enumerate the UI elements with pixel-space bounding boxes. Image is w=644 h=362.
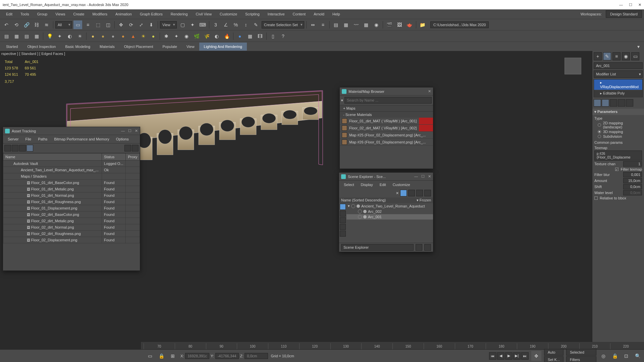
collapse-icon[interactable] bbox=[416, 190, 423, 196]
se-menu-customize[interactable]: Customize bbox=[389, 181, 414, 188]
timeline[interactable]: 7080901001101201301401501601701801902002… bbox=[141, 342, 644, 349]
keyboard-icon[interactable]: ⌨ bbox=[198, 20, 207, 29]
foliage-icon[interactable]: 🌿 bbox=[192, 32, 201, 41]
asset-row[interactable]: Floor_01_dirt_Normal.pngFound bbox=[3, 192, 140, 199]
render-frame-icon[interactable]: 🖼 bbox=[395, 20, 404, 29]
maximize-icon[interactable]: ☐ bbox=[421, 174, 425, 179]
percent-snap-icon[interactable]: % bbox=[231, 20, 240, 29]
environment-icon[interactable]: 🎞 bbox=[256, 32, 264, 41]
render-icon[interactable]: 🫖 bbox=[405, 20, 414, 29]
se-frozen-column[interactable]: ▾ Frozen bbox=[417, 198, 431, 202]
modify-tab-icon[interactable]: ✎ bbox=[603, 52, 611, 60]
set-key-button[interactable]: Set K... bbox=[544, 356, 564, 362]
pivot-icon[interactable]: ▢ bbox=[178, 20, 187, 29]
layer-explorer-icon[interactable]: ▤ bbox=[332, 20, 340, 29]
asset-row[interactable]: Floor_02_dirt_Roughness.pngFound bbox=[3, 231, 140, 237]
workflow-materials[interactable]: Materials bbox=[95, 43, 119, 51]
display-geom-icon[interactable] bbox=[340, 210, 346, 217]
select-window-icon[interactable]: ◫ bbox=[104, 20, 112, 29]
object-name-field[interactable]: Arc_001 bbox=[594, 62, 643, 69]
angle-snap-icon[interactable]: ∠ bbox=[221, 20, 230, 29]
asset-row[interactable]: Autodesk VaultLogged O... bbox=[3, 161, 140, 167]
unlink-icon[interactable]: ⛓ bbox=[32, 20, 41, 29]
sphere-copper-icon[interactable]: ● bbox=[119, 32, 127, 41]
create-tab-icon[interactable]: + bbox=[594, 52, 602, 60]
configure-icon[interactable] bbox=[626, 99, 633, 107]
asset-col-proxy[interactable]: Proxy bbox=[126, 154, 140, 161]
zoom-icon[interactable]: 🔍 bbox=[633, 352, 642, 360]
asset-menu-paths[interactable]: Paths bbox=[35, 136, 51, 142]
asset-col-name[interactable]: Name bbox=[3, 154, 102, 161]
sunlight-icon[interactable]: ☀ bbox=[75, 32, 84, 41]
move-icon[interactable]: ✥ bbox=[117, 20, 125, 29]
show-end-icon[interactable] bbox=[602, 99, 609, 107]
light-list-icon[interactable]: ✦ bbox=[55, 32, 64, 41]
schematic-icon[interactable]: ▦ bbox=[362, 20, 371, 29]
type-radio[interactable] bbox=[598, 123, 601, 127]
asset-row[interactable]: Floor_01_Displacement.pngFound bbox=[3, 205, 140, 212]
workflow-view[interactable]: View bbox=[182, 43, 199, 51]
asset-row[interactable]: Floor_02_dirt_Normal.pngFound bbox=[3, 224, 140, 231]
display-light-icon[interactable] bbox=[340, 217, 346, 223]
opts-icon[interactable] bbox=[124, 145, 131, 152]
mmb-scene-category[interactable]: - Scene Materials bbox=[340, 111, 433, 118]
asset-row[interactable]: Ancient_Two_Level_Roman_Aqueduct_max_...… bbox=[3, 167, 140, 173]
close-icon[interactable]: ✕ bbox=[135, 129, 138, 133]
hair-icon[interactable]: ✦ bbox=[172, 32, 181, 41]
goto-start-icon[interactable]: ⏮ bbox=[489, 352, 496, 360]
place-icon[interactable]: ⬇ bbox=[147, 20, 156, 29]
expand-icon[interactable] bbox=[424, 190, 431, 196]
material-editor-icon[interactable]: ◉ bbox=[372, 20, 381, 29]
hierarchy-tab-icon[interactable]: ≡ bbox=[612, 52, 621, 60]
y-coord-field[interactable]: -41766,344 bbox=[215, 353, 239, 359]
prev-frame-icon[interactable]: ◀ bbox=[497, 352, 504, 360]
se-menu-display[interactable]: Display bbox=[358, 181, 376, 188]
goto-end-icon[interactable]: ⏭ bbox=[521, 352, 529, 360]
asset-table[interactable]: NameStatusProxyAutodesk VaultLogged O...… bbox=[3, 153, 140, 270]
asset-menu-file[interactable]: File bbox=[22, 136, 35, 142]
menu-animation[interactable]: Animation bbox=[111, 10, 136, 18]
menu-group[interactable]: Group bbox=[33, 10, 52, 18]
asset-row[interactable]: Floor_02_Displacement.pngFound bbox=[3, 237, 140, 243]
scale-icon[interactable]: ⤢ bbox=[137, 20, 146, 29]
workflow-lighting-and-rendering[interactable]: Lighting And Rendering bbox=[199, 43, 247, 51]
key-filters-dropdown[interactable]: Selected bbox=[566, 349, 596, 356]
viewport-label[interactable]: rspective ] [ Standard ] [ Edged Faces ] bbox=[1, 52, 65, 56]
menu-create[interactable]: Create bbox=[69, 10, 88, 18]
asset-menu-server[interactable]: Server bbox=[4, 136, 22, 142]
workflow-object-inspection[interactable]: Object Inspection bbox=[22, 43, 60, 51]
list-icon[interactable]: ▤ bbox=[22, 32, 31, 41]
asset-row[interactable]: Floor_02_dirt_Metalic.pngFound bbox=[3, 218, 140, 224]
maximize-icon[interactable]: ☐ bbox=[128, 129, 131, 133]
batch-render-icon[interactable]: ▯ bbox=[269, 32, 277, 41]
pin-stack-icon[interactable] bbox=[594, 99, 601, 107]
se-name-column[interactable]: Name (Sorted Descending) bbox=[341, 198, 386, 202]
redo-icon[interactable]: ⟲ bbox=[12, 20, 21, 29]
menu-modifiers[interactable]: Modifiers bbox=[88, 10, 111, 18]
workflow-basic-modeling[interactable]: Basic Modeling bbox=[60, 43, 95, 51]
project-path[interactable]: C:\Users\dshsd...\3ds Max 2020 bbox=[430, 21, 489, 28]
water-level-spinner[interactable]: 0,0cm bbox=[623, 190, 642, 195]
schematic-view-icon[interactable]: ▤ bbox=[2, 32, 11, 41]
clear-search-icon[interactable]: ✕ bbox=[396, 191, 399, 195]
mmb-search-input[interactable] bbox=[344, 97, 432, 104]
abs-transform-icon[interactable]: ⊞ bbox=[168, 352, 177, 360]
type-radio[interactable] bbox=[598, 130, 601, 133]
make-unique-icon[interactable] bbox=[610, 99, 617, 107]
link-icon[interactable]: 🔗 bbox=[22, 20, 31, 29]
maximize-icon[interactable]: ☐ bbox=[629, 3, 632, 7]
close-icon[interactable]: ✕ bbox=[428, 89, 431, 94]
texture-channel-spinner[interactable]: 1 bbox=[623, 161, 642, 167]
list-icon[interactable] bbox=[19, 145, 26, 152]
time-config-icon[interactable]: ✥ bbox=[531, 351, 541, 361]
layers-icon[interactable] bbox=[416, 244, 422, 251]
filters-button[interactable]: Filters bbox=[566, 356, 596, 362]
motion-tab-icon[interactable]: ◉ bbox=[622, 52, 630, 60]
select-object-icon[interactable]: ▭ bbox=[73, 20, 82, 29]
edit-named-icon[interactable]: ✎ bbox=[252, 20, 260, 29]
toggle-ribbon-icon[interactable]: ▦ bbox=[342, 20, 351, 29]
asset-col-status[interactable]: Status bbox=[102, 154, 126, 161]
sphere-brass-icon[interactable]: ● bbox=[99, 32, 107, 41]
expand-icon[interactable]: ▾ bbox=[341, 98, 343, 103]
rotate-icon[interactable]: ⟳ bbox=[127, 20, 136, 29]
